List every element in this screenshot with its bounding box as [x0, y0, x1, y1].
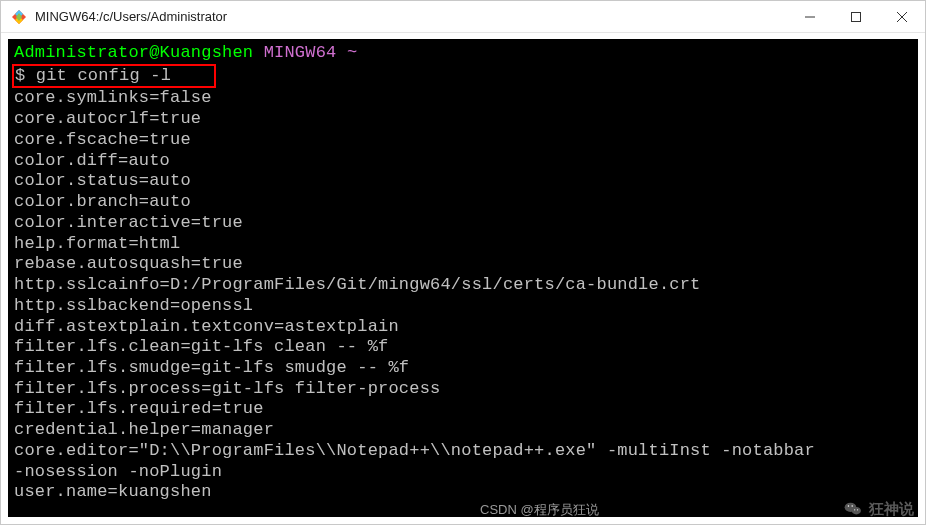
prompt-system: MINGW64	[264, 43, 337, 62]
output-line: -nosession -noPlugin	[14, 462, 222, 481]
command-text: git config -l	[36, 66, 171, 85]
app-icon	[11, 9, 27, 25]
output-line: user.name=kuangshen	[14, 482, 212, 501]
wechat-icon	[843, 499, 863, 519]
output-line: core.autocrlf=true	[14, 109, 201, 128]
minimize-button[interactable]	[787, 1, 833, 32]
output-line: filter.lfs.process=git-lfs filter-proces…	[14, 379, 440, 398]
output-line: help.format=html	[14, 234, 180, 253]
output-line: filter.lfs.smudge=git-lfs smudge -- %f	[14, 358, 409, 377]
titlebar: MINGW64:/c/Users/Administrator	[1, 1, 925, 33]
output-line: http.sslbackend=openssl	[14, 296, 253, 315]
watermark-csdn: CSDN @程序员狂说	[480, 501, 599, 519]
output-line: http.sslcainfo=D:/ProgramFiles/Git/mingw…	[14, 275, 701, 294]
prompt-symbol: $	[15, 66, 25, 85]
output-line: color.status=auto	[14, 171, 191, 190]
prompt-user: Administrator@Kuangshen	[14, 43, 253, 62]
output-line: filter.lfs.required=true	[14, 399, 264, 418]
terminal-content[interactable]: Administrator@Kuangshen MINGW64 ~ $ git …	[1, 33, 925, 524]
svg-point-10	[848, 505, 850, 507]
terminal-window: MINGW64:/c/Users/Administrator Administr…	[0, 0, 926, 525]
output-line: diff.astextplain.textconv=astextplain	[14, 317, 399, 336]
output-line: color.diff=auto	[14, 151, 170, 170]
watermark-text: 狂神说	[869, 500, 914, 519]
maximize-button[interactable]	[833, 1, 879, 32]
output-line: core.editor="D:\\ProgramFiles\\Notepad++…	[14, 441, 825, 460]
window-title: MINGW64:/c/Users/Administrator	[35, 9, 787, 24]
output-line: color.branch=auto	[14, 192, 191, 211]
output-line: credential.helper=manager	[14, 420, 274, 439]
svg-point-11	[851, 505, 853, 507]
close-button[interactable]	[879, 1, 925, 32]
command-highlight: $ git config -l	[12, 64, 216, 89]
svg-point-13	[857, 509, 858, 510]
output-line: core.fscache=true	[14, 130, 191, 149]
window-controls	[787, 1, 925, 32]
output-line: rebase.autosquash=true	[14, 254, 243, 273]
output-line: filter.lfs.clean=git-lfs clean -- %f	[14, 337, 388, 356]
output-line: color.interactive=true	[14, 213, 243, 232]
svg-rect-5	[852, 12, 861, 21]
watermark-brand: 狂神说	[843, 499, 914, 519]
prompt-path: ~	[347, 43, 357, 62]
output-line: core.symlinks=false	[14, 88, 212, 107]
svg-point-12	[854, 509, 855, 510]
svg-point-9	[852, 507, 861, 515]
